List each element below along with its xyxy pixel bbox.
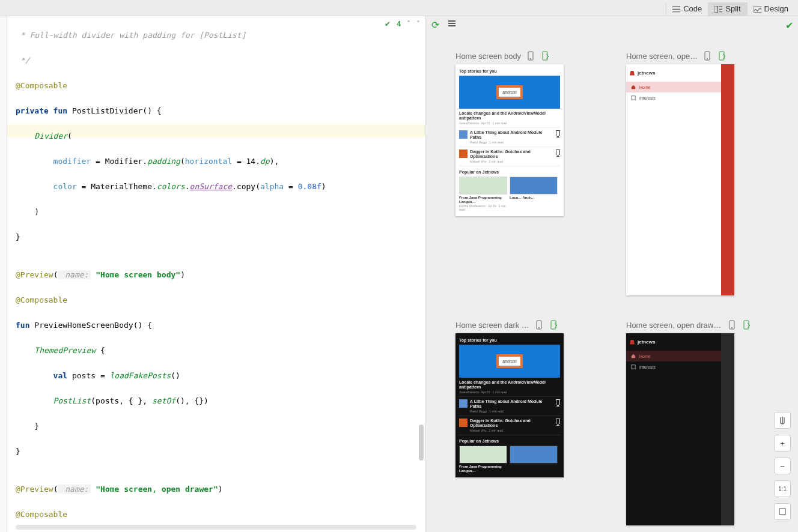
- hero-post-title: Locale changes and the AndroidViewModel …: [459, 111, 560, 121]
- drawer-item-interests[interactable]: Interests: [626, 361, 721, 372]
- tab-code[interactable]: Code: [666, 2, 708, 16]
- interactive-icon[interactable]: [742, 320, 751, 330]
- zoom-reset-button[interactable]: 1:1: [774, 480, 791, 497]
- section-title: Top stories for you: [459, 338, 560, 342]
- interactive-icon[interactable]: [549, 320, 558, 330]
- svg-point-6: [530, 58, 531, 59]
- refresh-icon[interactable]: ⟳: [431, 19, 439, 31]
- deploy-icon[interactable]: [526, 51, 535, 61]
- svg-rect-3: [448, 23, 455, 24]
- preview-toolbar: ⟳: [425, 16, 798, 33]
- settings-icon[interactable]: [448, 19, 456, 30]
- list-icon: [672, 5, 680, 12]
- split-icon: [714, 5, 722, 12]
- gutter: [0, 16, 7, 532]
- svg-rect-0: [714, 6, 717, 13]
- svg-rect-4: [448, 25, 455, 26]
- interactive-icon[interactable]: [540, 51, 550, 61]
- preview-pane: ⟳ ✔ Home screen body Top stories for you…: [425, 16, 798, 532]
- svg-point-16: [731, 327, 733, 328]
- svg-rect-2: [448, 20, 455, 22]
- hero-post-meta: Jose Alcérreca · Apr 02 · 1 min read: [459, 121, 560, 125]
- preview-device-dark-feed[interactable]: Top stories for you android Locale chang…: [455, 333, 564, 477]
- preview-title: Home screen dark …: [455, 321, 529, 330]
- tab-design-label: Design: [764, 4, 788, 13]
- tab-code-label: Code: [683, 4, 702, 13]
- zoom-controls: + − 1:1: [774, 412, 791, 520]
- svg-point-9: [707, 58, 708, 59]
- bookmark-icon[interactable]: [556, 130, 560, 136]
- preview-device-light-drawer[interactable]: jetnews Home Interests: [626, 64, 734, 295]
- drawer-item-interests[interactable]: Interests: [626, 92, 721, 103]
- tab-design[interactable]: Design: [747, 2, 794, 16]
- svg-point-13: [538, 327, 540, 328]
- section-title: Top stories for you: [459, 69, 560, 73]
- svg-rect-11: [632, 96, 635, 100]
- editor-mode-bar: Code Split Design: [0, 0, 798, 16]
- preview-title: Home screen, ope…: [626, 52, 698, 61]
- svg-rect-18: [632, 365, 635, 369]
- preview-device-light-feed[interactable]: Top stories for you android Locale chang…: [455, 64, 564, 216]
- drawer-brand: jetnews: [638, 70, 655, 76]
- hero-image: android: [459, 76, 560, 109]
- list-item: Dagger in Kotlin: Gotchas and Optimizati…: [459, 150, 560, 163]
- svg-rect-19: [779, 509, 785, 515]
- android-logo-text: android: [496, 354, 522, 368]
- deploy-icon[interactable]: [727, 320, 737, 330]
- code-body[interactable]: * Full-width divider with padding for [P…: [7, 16, 425, 532]
- drawer-item-home[interactable]: Home: [626, 351, 721, 361]
- android-logo-text: android: [496, 85, 522, 99]
- image-icon: [754, 5, 761, 12]
- tab-split-label: Split: [725, 4, 740, 13]
- drawer-item-home[interactable]: Home: [626, 82, 721, 92]
- deploy-icon[interactable]: [534, 320, 544, 330]
- bookmark-icon[interactable]: [556, 150, 560, 155]
- preview-title: Home screen body: [455, 52, 521, 61]
- pan-button[interactable]: [774, 412, 791, 429]
- preview-title: Home screen, open drawer dar…: [626, 321, 722, 330]
- zoom-in-button[interactable]: +: [774, 435, 791, 452]
- tab-split[interactable]: Split: [708, 2, 746, 16]
- interactive-icon[interactable]: [717, 51, 726, 61]
- status-ok-icon: ✔: [785, 20, 793, 31]
- deploy-icon[interactable]: [702, 51, 712, 61]
- section-title: Popular on Jetnews: [459, 170, 560, 174]
- bookmark-icon[interactable]: [556, 419, 560, 424]
- code-editor[interactable]: ✔ 4 ˄ ˅ * Full-width divider with paddin…: [7, 16, 425, 532]
- preview-device-dark-drawer[interactable]: jetnews Home Interests: [626, 333, 734, 525]
- list-item: A Little Thing about Android Module Path…: [459, 130, 560, 144]
- hero-image: android: [459, 345, 560, 378]
- zoom-out-button[interactable]: −: [774, 458, 791, 474]
- jetnews-logo-icon: [630, 71, 635, 76]
- bookmark-icon[interactable]: [556, 399, 560, 405]
- jetnews-logo-icon: [630, 340, 635, 345]
- zoom-fit-button[interactable]: [774, 503, 791, 520]
